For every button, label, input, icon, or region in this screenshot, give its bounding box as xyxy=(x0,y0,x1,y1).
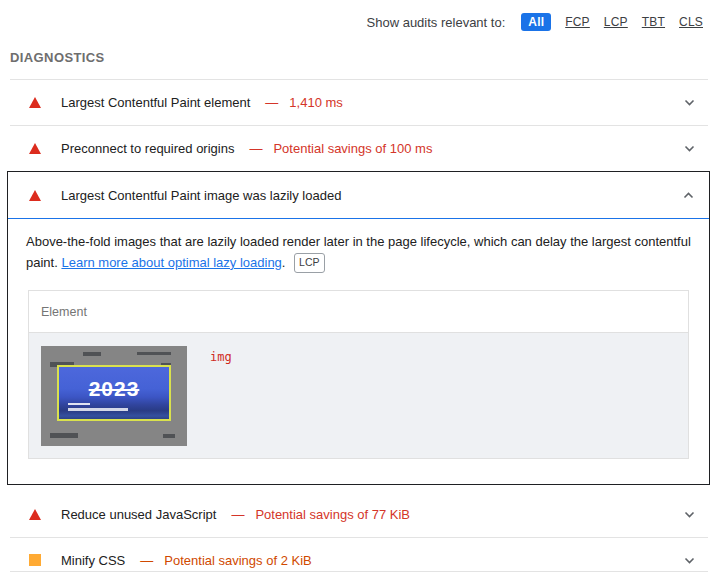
chevron-up-icon[interactable] xyxy=(682,189,695,202)
table-row: 2023 img xyxy=(29,333,688,458)
element-screenshot-thumbnail: 2023 xyxy=(41,346,187,446)
diagnostics-heading: DIAGNOSTICS xyxy=(10,50,708,65)
audit-title: Reduce unused JavaScript xyxy=(61,507,216,522)
chevron-down-icon[interactable] xyxy=(683,554,696,567)
audit-row-preconnect[interactable]: Preconnect to required origins — Potenti… xyxy=(0,126,718,171)
fail-triangle-icon xyxy=(28,190,42,201)
element-node-label: img xyxy=(210,350,232,364)
audit-display-value: — Potential savings of 2 KiB xyxy=(140,553,311,568)
fail-triangle-icon xyxy=(28,143,42,154)
audit-row-unused-js[interactable]: Reduce unused JavaScript — Potential sav… xyxy=(0,492,718,537)
filter-chip-cls[interactable]: CLS xyxy=(679,15,703,29)
thumbnail-year-text: 2023 xyxy=(89,377,140,409)
lcp-metric-badge: LCP xyxy=(294,253,324,273)
audit-title: Largest Contentful Paint image was lazil… xyxy=(61,188,341,203)
learn-more-link[interactable]: Learn more about optimal lazy loading xyxy=(61,255,281,270)
chevron-down-icon[interactable] xyxy=(683,96,696,109)
audit-filter-bar: Show audits relevant to: All FCP LCP TBT… xyxy=(0,0,718,35)
fail-triangle-icon xyxy=(28,509,42,520)
audit-display-value: — Potential savings of 77 KiB xyxy=(231,507,410,522)
table-header-element: Element xyxy=(29,291,688,333)
fail-triangle-icon xyxy=(28,97,42,108)
filter-chip-fcp[interactable]: FCP xyxy=(565,15,590,29)
audit-details: Above-the-fold images that are lazily lo… xyxy=(8,219,709,484)
expanded-audit-lazy-loaded: Largest Contentful Paint image was lazil… xyxy=(7,171,710,485)
element-table: Element 2023 img xyxy=(28,290,689,459)
filter-label: Show audits relevant to: xyxy=(367,15,506,30)
audit-title: Largest Contentful Paint element xyxy=(61,95,250,110)
filter-chip-tbt[interactable]: TBT xyxy=(642,15,665,29)
audit-display-value: — 1,410 ms xyxy=(265,95,342,110)
chevron-down-icon[interactable] xyxy=(683,142,696,155)
audit-row-lcp-element[interactable]: Largest Contentful Paint element — 1,410… xyxy=(0,80,718,125)
audit-row-lazy-loaded[interactable]: Largest Contentful Paint image was lazil… xyxy=(8,172,709,219)
filter-chip-lcp[interactable]: LCP xyxy=(604,15,628,29)
filter-chip-all[interactable]: All xyxy=(521,13,551,31)
chevron-down-icon[interactable] xyxy=(683,508,696,521)
audit-row-minify-css[interactable]: Minify CSS — Potential savings of 2 KiB xyxy=(0,538,718,572)
audit-title: Preconnect to required origins xyxy=(61,141,234,156)
highlighted-image-region: 2023 xyxy=(57,365,171,421)
audit-description: Above-the-fold images that are lazily lo… xyxy=(26,232,691,274)
average-square-icon xyxy=(28,554,42,566)
audit-title: Minify CSS xyxy=(61,553,125,568)
audit-display-value: — Potential savings of 100 ms xyxy=(249,141,432,156)
